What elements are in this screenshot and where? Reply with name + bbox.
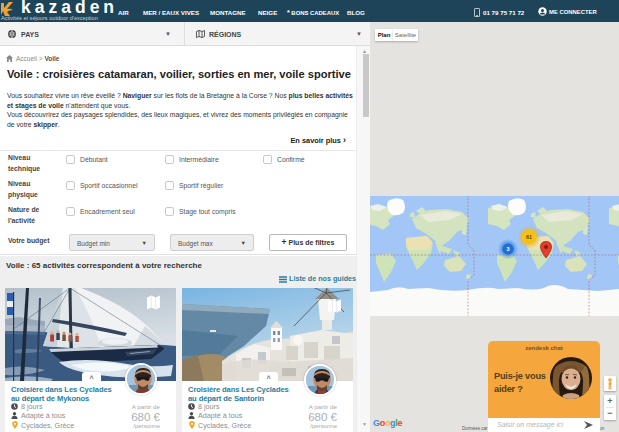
svg-text:61: 61 bbox=[526, 234, 532, 240]
svg-text:3: 3 bbox=[506, 246, 509, 252]
